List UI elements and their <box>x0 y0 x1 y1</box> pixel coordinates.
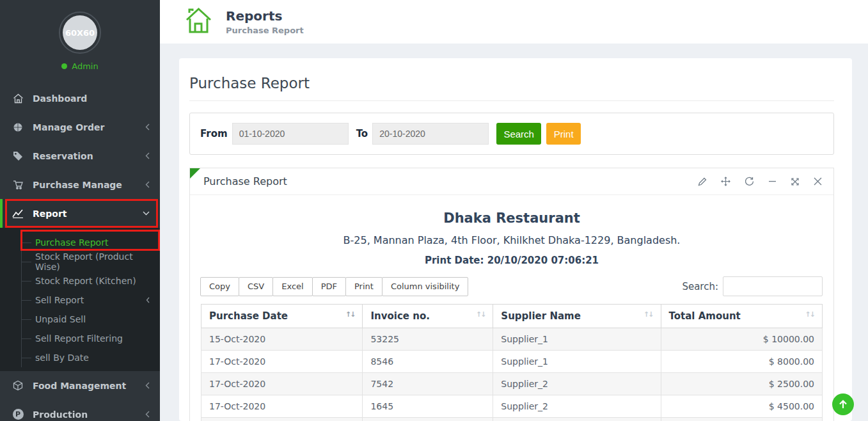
chevron-left-icon <box>146 297 150 303</box>
submenu-item-purchase-report[interactable]: Purchase Report <box>22 233 160 252</box>
header-text: Reports Purchase Report <box>226 8 304 35</box>
chevron-left-icon <box>145 152 150 159</box>
sidebar-item-label: Production <box>33 409 145 420</box>
cell-invoice-no: 7596 <box>363 418 493 421</box>
sidebar-item-food-management[interactable]: Food Management <box>0 371 160 400</box>
cell-purchase-date: 17-Oct-2020 <box>201 373 363 395</box>
p-circle-icon: P <box>12 409 24 420</box>
cell-purchase-date: 17-Oct-2020 <box>201 395 363 418</box>
cell-supplier-name: Supplier_1 <box>493 351 661 373</box>
column-header-invoice-no[interactable]: ↑↓ Invoice no. <box>363 305 493 328</box>
report-submenu: Purchase Report Stock Report (Product Wi… <box>0 228 160 371</box>
column-header-purchase-date[interactable]: ↑↓ Purchase Date <box>201 305 363 328</box>
search-button[interactable]: Search <box>496 123 541 145</box>
column-header-supplier-name[interactable]: ↑↓ Supplier Name <box>493 305 661 328</box>
to-date-input[interactable] <box>372 123 489 145</box>
page-header: Reports Purchase Report <box>160 0 868 44</box>
collapse-icon[interactable] <box>768 177 777 186</box>
chevron-down-icon <box>143 211 150 216</box>
print-button[interactable]: Print <box>546 123 581 145</box>
cell-total-amount: $ 4500.00 <box>661 395 822 418</box>
table-row: 17-Oct-2020 7596 Supplier_2 $ 5000.00 <box>201 418 823 421</box>
avatar-ring: 60X60 <box>59 12 101 54</box>
table-toolbar: Copy CSV Excel PDF Print Column visibili… <box>201 276 823 296</box>
submenu-item-sell-report-filtering[interactable]: Sell Report Filtering <box>22 329 160 348</box>
submenu-item-label: Sell Report Filtering <box>35 333 150 344</box>
table-search-input[interactable] <box>723 276 823 296</box>
from-date-input[interactable] <box>232 123 349 145</box>
sidebar-item-label: Manage Order <box>33 122 145 132</box>
table-header-row: ↑↓ Purchase Date ↑↓ Invoice no. ↑↓ Suppl… <box>201 305 823 328</box>
sidebar-item-purchase-manage[interactable]: Purchase Manage <box>0 170 160 199</box>
sort-icon[interactable]: ↑↓ <box>805 310 814 319</box>
page-header-title: Reports <box>226 8 304 24</box>
sidebar-item-reservation[interactable]: Reservation <box>0 141 160 170</box>
home-icon <box>184 5 213 38</box>
sidebar-item-label: Reservation <box>33 151 145 161</box>
close-icon[interactable] <box>814 177 822 186</box>
cube-icon <box>12 380 24 391</box>
sidebar-item-production[interactable]: P Production <box>0 400 160 421</box>
cell-invoice-no: 7542 <box>363 373 493 395</box>
sort-icon[interactable]: ↑↓ <box>476 310 485 319</box>
restaurant-address: B-25, Mannan Plaza, 4th Floor, Khilkhet … <box>201 234 823 246</box>
submenu-item-sell-by-date[interactable]: sell By Date <box>22 348 160 367</box>
csv-button[interactable]: CSV <box>239 277 273 296</box>
chevron-left-icon <box>145 123 150 131</box>
sort-icon[interactable]: ↑↓ <box>345 310 354 319</box>
table-row: 17-Oct-2020 1645 Supplier_2 $ 4500.00 <box>201 395 823 418</box>
sidebar-item-report[interactable]: Report <box>0 199 160 228</box>
arrow-up-icon <box>838 399 848 409</box>
panel-body: Dhaka Restaurant B-25, Mannan Plaza, 4th… <box>190 195 833 421</box>
online-status-icon <box>61 63 67 69</box>
breadcrumb: Purchase Report <box>226 26 304 35</box>
print-table-button[interactable]: Print <box>345 277 383 296</box>
sidebar-menu: Dashboard Manage Order Reservation <box>0 84 160 421</box>
submenu-item-label: sell By Date <box>35 353 150 363</box>
content-area: Purchase Report From To Search Print Pur… <box>160 44 868 421</box>
move-icon[interactable] <box>721 177 730 186</box>
sphere-icon <box>12 122 24 132</box>
chart-line-icon <box>12 209 24 218</box>
sidebar-item-label: Report <box>33 209 143 219</box>
restaurant-name: Dhaka Restaurant <box>201 210 823 226</box>
sort-icon[interactable]: ↑↓ <box>643 310 652 319</box>
submenu-item-label: Stock Report (Product Wise) <box>35 251 150 272</box>
table-search: Search: <box>682 276 823 296</box>
submenu-item-stock-report-product-wise[interactable]: Stock Report (Product Wise) <box>22 252 160 271</box>
submenu-item-unpaid-sell[interactable]: Unpaid Sell <box>22 310 160 329</box>
refresh-icon[interactable] <box>745 177 754 186</box>
panel-corner-ribbon <box>190 168 200 179</box>
cell-total-amount: $ 2500.00 <box>661 373 822 395</box>
expand-icon[interactable] <box>791 177 800 186</box>
column-visibility-button[interactable]: Column visibility <box>382 277 469 296</box>
user-panel: 60X60 Admin <box>0 0 160 79</box>
sidebar-item-label: Dashboard <box>33 93 150 104</box>
cell-invoice-no: 8546 <box>363 351 493 373</box>
scroll-to-top-button[interactable] <box>832 393 854 415</box>
home-icon <box>12 93 24 104</box>
date-filter-bar: From To Search Print <box>189 113 834 155</box>
p-circle-letter: P <box>13 409 24 420</box>
sidebar-item-label: Purchase Manage <box>33 180 145 190</box>
sidebar-item-dashboard[interactable]: Dashboard <box>0 84 160 113</box>
cell-invoice-no: 1645 <box>363 395 493 418</box>
from-label: From <box>200 128 228 139</box>
purchase-report-table: ↑↓ Purchase Date ↑↓ Invoice no. ↑↓ Suppl… <box>201 304 823 421</box>
pdf-button[interactable]: PDF <box>312 277 346 296</box>
print-date: Print Date: 20/10/2020 07:06:21 <box>201 255 823 266</box>
copy-button[interactable]: Copy <box>200 277 239 296</box>
sidebar-item-manage-order[interactable]: Manage Order <box>0 113 160 141</box>
export-buttons: Copy CSV Excel PDF Print Column visibili… <box>201 277 468 296</box>
submenu-item-stock-report-kitchen[interactable]: Stock Report (Kitchen) <box>22 271 160 290</box>
column-header-total-amount[interactable]: ↑↓ Total Amount <box>661 305 822 328</box>
cell-supplier-name: Supplier_2 <box>493 395 661 418</box>
submenu-item-label: Stock Report (Kitchen) <box>35 276 150 286</box>
to-label: To <box>356 128 368 139</box>
excel-button[interactable]: Excel <box>272 277 312 296</box>
edit-icon[interactable] <box>698 177 707 186</box>
cell-purchase-date: 17-Oct-2020 <box>201 351 363 373</box>
avatar: 60X60 <box>63 15 97 50</box>
table-row: 17-Oct-2020 7542 Supplier_2 $ 2500.00 <box>201 373 823 395</box>
submenu-item-sell-report[interactable]: Sell Report <box>22 290 160 310</box>
